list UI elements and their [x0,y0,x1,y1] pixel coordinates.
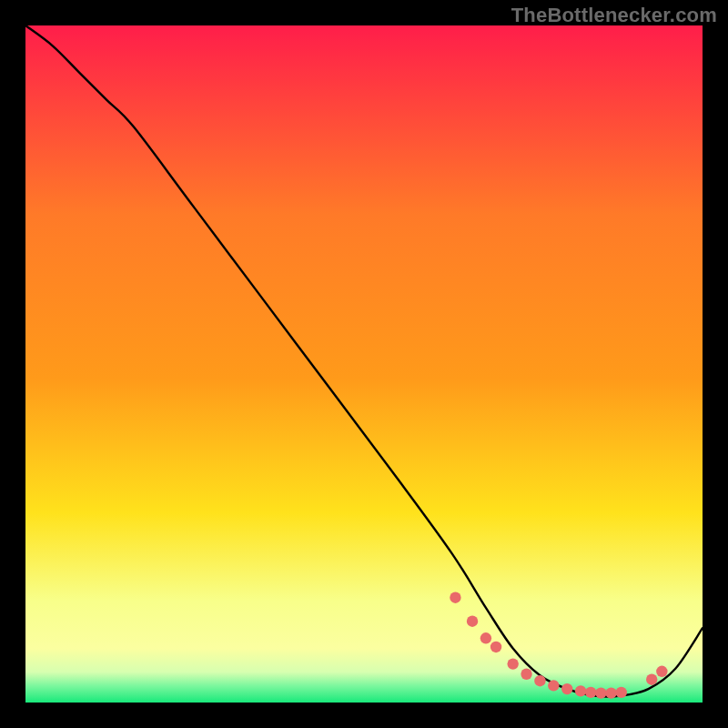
chart-frame: TheBottlenecker.com [0,0,728,728]
data-marker [521,669,531,680]
data-marker [561,683,572,694]
watermark-label: TheBottlenecker.com [511,4,717,27]
data-marker [534,675,545,686]
data-marker [616,687,627,698]
data-marker [575,685,586,696]
data-marker [595,687,606,698]
data-marker [585,687,596,698]
data-marker [507,658,518,669]
data-marker [490,642,501,652]
chart-svg [25,25,703,703]
data-marker [450,592,460,602]
gradient-background [25,25,703,703]
data-marker [656,666,667,677]
data-marker [467,616,478,627]
data-marker [480,632,491,643]
data-marker [646,674,657,685]
chart-plot-area [25,25,703,703]
data-marker [605,687,616,698]
data-marker [548,680,559,691]
